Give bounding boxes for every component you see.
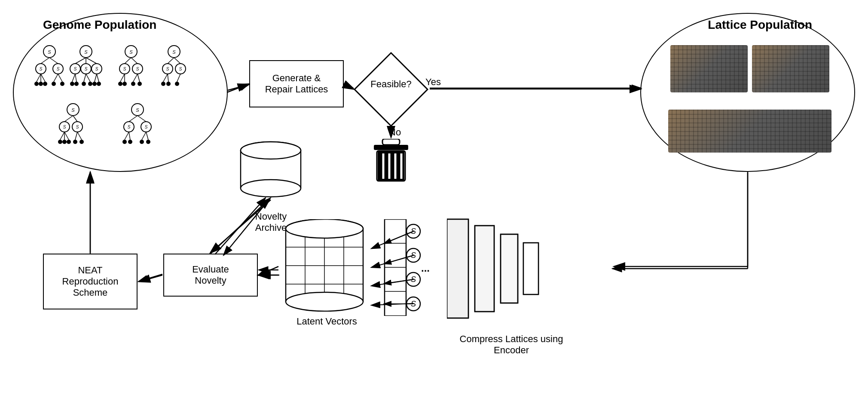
svg-line-26 (75, 58, 86, 64)
svg-point-82 (73, 140, 77, 144)
svg-point-80 (62, 140, 67, 144)
neat-reproduction-box: NEAT Reproduction Scheme (43, 254, 138, 309)
svg-text:S: S (136, 107, 139, 113)
svg-text:S: S (71, 107, 75, 113)
svg-line-35 (72, 74, 75, 82)
lattice-block-1 (670, 45, 748, 92)
genome-trees: S S S S S S S (24, 41, 217, 153)
svg-line-6 (41, 58, 49, 64)
svg-point-52 (138, 82, 142, 86)
encoder-svg (447, 211, 610, 327)
svg-line-174 (140, 275, 162, 282)
svg-rect-153 (447, 219, 468, 318)
svg-text:Feasible?: Feasible? (370, 79, 411, 89)
lattice-images (655, 39, 844, 159)
svg-line-7 (49, 58, 58, 64)
diagram: Genome Population S S S S (0, 0, 868, 398)
svg-text:S: S (57, 67, 60, 71)
gen-repair-box: Generate & Repair Lattices (249, 60, 344, 107)
svg-point-124 (241, 142, 301, 159)
svg-line-56 (138, 74, 140, 82)
svg-line-70 (177, 74, 180, 82)
svg-point-135 (286, 292, 363, 311)
svg-line-84 (60, 132, 64, 140)
svg-point-50 (122, 82, 127, 86)
svg-point-81 (67, 140, 71, 144)
evaluate-novelty-box: Evaluate Novelty (163, 254, 258, 297)
svg-line-16 (54, 74, 58, 82)
svg-line-38 (86, 74, 90, 82)
svg-text:S: S (84, 49, 88, 55)
svg-line-95 (129, 116, 138, 122)
svg-marker-105 (355, 53, 428, 126)
svg-line-96 (138, 116, 146, 122)
svg-point-136 (286, 219, 363, 238)
latent-vectors-label: Latent Vectors (283, 316, 371, 327)
svg-line-28 (86, 58, 97, 64)
svg-line-101 (125, 132, 129, 140)
svg-line-86 (64, 132, 69, 140)
svg-line-160 (345, 85, 353, 89)
svg-line-53 (120, 74, 125, 82)
lattice-block-2 (752, 45, 829, 92)
svg-text:S: S (123, 67, 126, 71)
svg-line-178 (344, 84, 353, 88)
svg-point-123 (241, 180, 301, 197)
trash-icon (372, 139, 410, 184)
svg-text:S: S (129, 49, 133, 55)
svg-text:S: S (48, 49, 51, 55)
svg-line-13 (37, 74, 41, 82)
svg-line-88 (77, 132, 82, 140)
svg-line-103 (142, 132, 146, 140)
svg-text:S: S (40, 67, 43, 71)
svg-line-102 (129, 132, 130, 140)
svg-line-40 (97, 74, 99, 82)
svg-line-64 (174, 58, 180, 64)
svg-point-8 (34, 82, 39, 86)
svg-point-30 (74, 82, 79, 86)
svg-text:S: S (166, 67, 169, 71)
svg-line-15 (41, 74, 45, 82)
svg-line-36 (75, 74, 76, 82)
svg-text:S: S (145, 125, 148, 129)
svg-line-177 (227, 84, 249, 92)
svg-text:S: S (76, 125, 79, 129)
svg-point-97 (122, 140, 127, 144)
svg-text:S: S (179, 67, 182, 71)
svg-point-49 (118, 82, 122, 86)
no-label: No (389, 127, 401, 138)
svg-text:S: S (411, 275, 416, 284)
svg-text:S: S (172, 49, 176, 55)
svg-line-159 (228, 85, 248, 90)
trash-icon-container (370, 138, 413, 185)
svg-point-98 (128, 140, 132, 144)
svg-point-34 (97, 82, 101, 86)
svg-line-68 (163, 74, 168, 82)
svg-line-17 (58, 74, 62, 82)
svg-line-87 (75, 132, 77, 140)
genome-population-label: Genome Population (43, 18, 156, 32)
svg-point-12 (60, 82, 64, 86)
svg-point-65 (161, 82, 165, 86)
svg-line-39 (95, 74, 97, 82)
svg-line-37 (84, 74, 86, 82)
svg-text:S: S (411, 300, 416, 308)
feasible-diamond-svg: Feasible? (352, 51, 430, 128)
compress-lattices-label: Compress Lattices using Encoder (455, 322, 567, 356)
svg-point-10 (43, 82, 47, 86)
svg-point-51 (131, 82, 135, 86)
svg-rect-156 (523, 243, 538, 294)
dots-label: ... (421, 262, 430, 274)
lattice-population-label: Lattice Population (708, 18, 812, 32)
svg-line-63 (168, 58, 174, 64)
svg-text:S: S (411, 251, 416, 260)
svg-point-79 (58, 140, 62, 144)
svg-point-31 (82, 82, 86, 86)
svg-point-11 (52, 82, 56, 86)
lattice-block-3 (668, 110, 831, 153)
svg-rect-108 (374, 145, 408, 150)
svg-point-33 (92, 82, 97, 86)
svg-point-99 (140, 140, 144, 144)
novelty-archive-cylinder (235, 141, 306, 199)
svg-line-69 (168, 74, 168, 82)
